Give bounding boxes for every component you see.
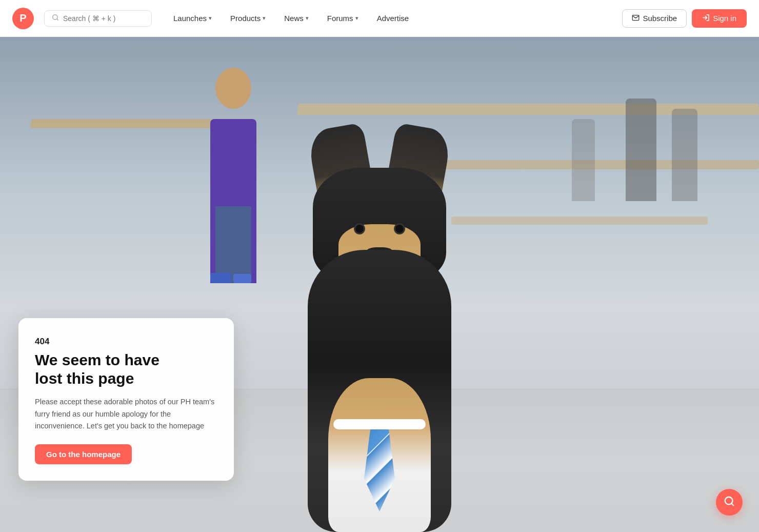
- logo-letter: P: [19, 12, 26, 24]
- error-title: We seem to have lost this page: [35, 351, 217, 388]
- error-description: Please accept these adorable photos of o…: [35, 396, 217, 432]
- chevron-down-icon: ▾: [306, 15, 309, 22]
- hero-section: 404 We seem to have lost this page Pleas…: [0, 37, 759, 532]
- nav-right: Subscribe Sign in: [622, 9, 747, 28]
- logo[interactable]: P: [12, 8, 34, 29]
- nav-item-news[interactable]: News ▾: [275, 10, 318, 27]
- svg-line-4: [731, 503, 733, 505]
- nav-item-products[interactable]: Products ▾: [221, 10, 275, 27]
- svg-line-1: [57, 18, 58, 20]
- search-icon: [52, 14, 59, 23]
- fab-search-icon: [724, 496, 735, 509]
- search-box[interactable]: [44, 10, 152, 27]
- navbar: P Launches ▾ Products ▾ News ▾ Forums ▾ …: [0, 0, 759, 37]
- error-code: 404: [35, 337, 217, 347]
- bg-person-right2: [672, 109, 697, 201]
- search-input[interactable]: [63, 14, 144, 23]
- nav-item-advertise[interactable]: Advertise: [368, 10, 418, 27]
- signin-icon: [702, 14, 710, 23]
- chevron-down-icon: ▾: [263, 15, 266, 22]
- error-card: 404 We seem to have lost this page Pleas…: [18, 318, 234, 481]
- subscribe-icon: [632, 14, 640, 23]
- subscribe-button[interactable]: Subscribe: [622, 9, 687, 28]
- bg-person-right3: [572, 119, 595, 201]
- go-to-homepage-button[interactable]: Go to the homepage: [35, 444, 132, 464]
- fab-search-button[interactable]: [716, 489, 743, 516]
- bg-person-right: [626, 98, 656, 201]
- nav-item-launches[interactable]: Launches ▾: [164, 10, 221, 27]
- nav-item-forums[interactable]: Forums ▾: [318, 10, 368, 27]
- signin-button[interactable]: Sign in: [692, 9, 747, 28]
- chevron-down-icon: ▾: [355, 15, 358, 22]
- nav-links: Launches ▾ Products ▾ News ▾ Forums ▾ Ad…: [164, 10, 618, 27]
- chevron-down-icon: ▾: [209, 15, 212, 22]
- dog-illustration: [251, 147, 508, 532]
